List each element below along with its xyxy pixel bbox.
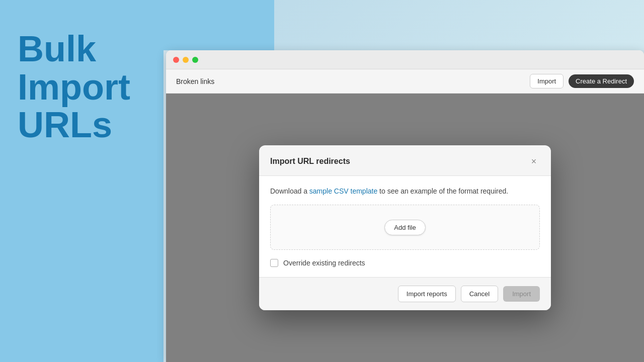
nav-actions: Import Create a Redirect bbox=[530, 74, 634, 88]
import-reports-button[interactable]: Import reports bbox=[398, 286, 456, 302]
top-stripe bbox=[164, 0, 274, 50]
import-main-button[interactable]: Import bbox=[503, 286, 540, 302]
title-bar bbox=[166, 50, 644, 69]
modal-footer: Import reports Cancel Import bbox=[259, 277, 551, 310]
nav-title: Broken links bbox=[176, 77, 214, 85]
nav-bar: Broken links Import Create a Redirect bbox=[166, 69, 644, 94]
cancel-button[interactable]: Cancel bbox=[461, 286, 498, 302]
override-checkbox-label: Override existing redirects bbox=[283, 259, 365, 267]
file-drop-zone[interactable]: Add file bbox=[270, 205, 540, 250]
browser-window: Broken links Import Create a Redirect Im… bbox=[166, 50, 644, 362]
content-area: Import URL redirects × Download a sample… bbox=[166, 94, 644, 362]
import-modal: Import URL redirects × Download a sample… bbox=[259, 145, 551, 310]
modal-body: Download a sample CSV template to see an… bbox=[259, 176, 551, 277]
create-redirect-button[interactable]: Create a Redirect bbox=[569, 74, 634, 88]
traffic-lights bbox=[173, 57, 198, 63]
page-title: Bulk Import URLs bbox=[18, 30, 130, 144]
import-button[interactable]: Import bbox=[530, 74, 564, 88]
add-file-button[interactable]: Add file bbox=[384, 220, 425, 235]
minimize-button-traffic-light[interactable] bbox=[183, 57, 189, 63]
modal-header: Import URL redirects × bbox=[259, 145, 551, 176]
modal-close-button[interactable]: × bbox=[528, 155, 540, 167]
override-checkbox[interactable] bbox=[270, 259, 278, 267]
modal-overlay: Import URL redirects × Download a sample… bbox=[166, 94, 644, 362]
csv-template-link[interactable]: sample CSV template bbox=[309, 187, 377, 195]
left-panel: Bulk Import URLs bbox=[0, 0, 164, 362]
top-background bbox=[164, 0, 644, 50]
modal-title: Import URL redirects bbox=[270, 157, 350, 166]
override-checkbox-row: Override existing redirects bbox=[270, 259, 540, 267]
modal-description: Download a sample CSV template to see an… bbox=[270, 186, 540, 197]
close-button-traffic-light[interactable] bbox=[173, 57, 179, 63]
right-panel: Broken links Import Create a Redirect Im… bbox=[164, 0, 644, 362]
maximize-button-traffic-light[interactable] bbox=[192, 57, 198, 63]
